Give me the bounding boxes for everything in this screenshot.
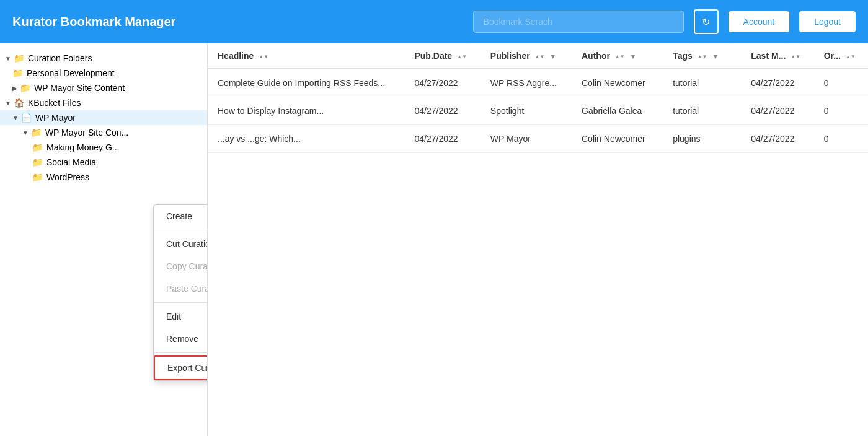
- cell-lastm: 04/27/2022: [741, 97, 813, 125]
- ctx-divider-2: [154, 302, 208, 303]
- cell-or: 0: [814, 125, 868, 153]
- cell-tags: tutorial: [663, 97, 741, 125]
- data-table: Headline ▲▼ Pub.Date ▲▼ Publisher ▲▼ ▼ A…: [208, 43, 868, 153]
- arrow-icon: ▼: [5, 55, 11, 62]
- cell-tags: tutorial: [663, 69, 741, 97]
- sidebar: ▼ 📁 Curation Folders 📁 Personal Developm…: [0, 43, 208, 436]
- ctx-create-label: Create: [166, 211, 192, 221]
- cell-publisher: WP RSS Aggre...: [480, 69, 572, 97]
- main-layout: ▼ 📁 Curation Folders 📁 Personal Developm…: [0, 43, 868, 436]
- cell-tags: plugins: [663, 125, 741, 153]
- sidebar-item-wp-mayor-site-content[interactable]: ▶ 📁 WP Mayor Site Content: [0, 81, 207, 95]
- arrow-icon: ▶: [12, 85, 17, 92]
- folder-icon: 📁: [32, 142, 43, 152]
- col-header-or[interactable]: Or... ▲▼: [814, 43, 868, 69]
- col-header-author[interactable]: Author ▲▼ ▼: [572, 43, 663, 69]
- sidebar-item-label: Curation Folders: [28, 53, 92, 63]
- cell-headline: Complete Guide on Importing RSS Feeds...: [208, 69, 404, 97]
- sidebar-item-label: Social Media: [46, 157, 96, 167]
- sort-icon: ▲▼: [790, 54, 800, 59]
- cell-author: Colin Newcomer: [572, 69, 663, 97]
- header: Kurator Bookmark Manager ↻ Account Logou…: [0, 0, 868, 43]
- table-row[interactable]: How to Display Instagram...04/27/2022Spo…: [208, 97, 868, 125]
- sidebar-item-wordpress[interactable]: 📁 WordPress: [0, 170, 207, 185]
- folder-icon: 📁: [12, 68, 23, 78]
- ctx-edit[interactable]: Edit: [154, 305, 208, 328]
- filter-icon: ▼: [549, 53, 556, 60]
- refresh-button[interactable]: ↻: [694, 9, 719, 34]
- sidebar-item-wp-mayor-site-con[interactable]: ▼ 📁 WP Mayor Site Con...: [0, 125, 207, 140]
- context-menu: Create › Cut Curation File Copy Curation…: [153, 204, 208, 381]
- cell-publisher: WP Mayor: [480, 125, 572, 153]
- cell-lastm: 04/27/2022: [741, 69, 813, 97]
- table-row[interactable]: ...ay vs ...ge: Which...04/27/2022WP May…: [208, 125, 868, 153]
- sidebar-item-making-money[interactable]: 📁 Making Money G...: [0, 140, 207, 155]
- col-header-pubdate[interactable]: Pub.Date ▲▼: [404, 43, 480, 69]
- folder-icon: 📁: [31, 128, 42, 137]
- col-header-tags[interactable]: Tags ▲▼ ▼: [663, 43, 741, 69]
- cell-pubdate: 04/27/2022: [404, 69, 480, 97]
- sort-icon: ▲▼: [615, 54, 625, 59]
- sort-icon: ▲▼: [846, 54, 856, 59]
- table-row[interactable]: Complete Guide on Importing RSS Feeds...…: [208, 69, 868, 97]
- sidebar-item-label: WP Mayor Site Con...: [45, 128, 128, 137]
- ctx-remove-label: Remove: [166, 334, 198, 344]
- folder-icon: 📁: [32, 172, 43, 182]
- cell-author: Colin Newcomer: [572, 125, 663, 153]
- ctx-cut[interactable]: Cut Curation File: [154, 233, 208, 255]
- sidebar-item-label: Personal Development: [27, 68, 115, 78]
- content-area: Headline ▲▼ Pub.Date ▲▼ Publisher ▲▼ ▼ A…: [208, 43, 868, 436]
- sidebar-item-kbucket-files[interactable]: ▼ 🏠 KBucket Files: [0, 95, 207, 110]
- app-title: Kurator Bookmark Manager: [12, 15, 175, 29]
- ctx-edit-label: Edit: [166, 312, 181, 321]
- cell-author: Gabriella Galea: [572, 97, 663, 125]
- ctx-paste-label: Paste Curation File: [166, 284, 208, 294]
- ctx-paste: Paste Curation File: [154, 277, 208, 300]
- sidebar-item-label: Making Money G...: [46, 142, 120, 152]
- cell-or: 0: [814, 97, 868, 125]
- ctx-divider-1: [154, 230, 208, 230]
- col-header-lastm[interactable]: Last M... ▲▼: [741, 43, 813, 69]
- sort-icon: ▲▼: [457, 54, 467, 59]
- col-header-publisher[interactable]: Publisher ▲▼ ▼: [480, 43, 572, 69]
- refresh-icon: ↻: [702, 16, 710, 28]
- sidebar-item-label: WP Mayor Site Content: [34, 83, 125, 93]
- cell-pubdate: 04/27/2022: [404, 125, 480, 153]
- ctx-copy: Copy Curation File: [154, 255, 208, 277]
- cell-pubdate: 04/27/2022: [404, 97, 480, 125]
- col-header-headline[interactable]: Headline ▲▼: [208, 43, 404, 69]
- sort-icon: ▲▼: [698, 54, 707, 59]
- ctx-remove[interactable]: Remove: [154, 328, 208, 350]
- file-icon: 📄: [21, 113, 32, 123]
- folder-icon: 📁: [32, 157, 43, 167]
- ctx-divider-3: [154, 352, 208, 353]
- filter-icon: ▼: [630, 53, 637, 60]
- arrow-icon: ▼: [12, 115, 19, 121]
- sidebar-item-social-media[interactable]: 📁 Social Media: [0, 155, 207, 170]
- sidebar-item-personal-development[interactable]: 📁 Personal Development: [0, 66, 207, 81]
- logout-button[interactable]: Logout: [799, 11, 856, 32]
- account-button[interactable]: Account: [728, 11, 790, 32]
- sort-icon: ▲▼: [259, 54, 268, 59]
- sort-icon: ▲▼: [535, 54, 545, 59]
- ctx-cut-label: Cut Curation File: [166, 239, 208, 249]
- folder-icon: 📁: [20, 83, 30, 93]
- sidebar-item-label: WP Mayor: [35, 113, 76, 123]
- arrow-icon: ▼: [22, 129, 29, 136]
- filter-icon: ▼: [712, 53, 719, 60]
- sidebar-item-curation-folders[interactable]: ▼ 📁 Curation Folders: [0, 51, 207, 66]
- sidebar-item-label: KBucket Files: [28, 98, 81, 108]
- sidebar-item-label: WordPress: [46, 172, 89, 182]
- cell-lastm: 04/27/2022: [741, 125, 813, 153]
- table-body: Complete Guide on Importing RSS Feeds...…: [208, 69, 868, 153]
- ctx-copy-label: Copy Curation File: [166, 261, 208, 271]
- table-header-row: Headline ▲▼ Pub.Date ▲▼ Publisher ▲▼ ▼ A…: [208, 43, 868, 69]
- arrow-icon: ▼: [5, 100, 11, 107]
- ctx-create[interactable]: Create ›: [154, 205, 208, 227]
- ctx-export[interactable]: Export Curation File: [154, 355, 208, 380]
- search-input[interactable]: [473, 11, 684, 33]
- ctx-export-label: Export Curation File: [167, 363, 208, 373]
- sidebar-item-wp-mayor[interactable]: ▼ 📄 WP Mayor ➜: [0, 110, 207, 125]
- folder-dark-icon: 📁: [14, 53, 24, 63]
- cell-headline: ...ay vs ...ge: Which...: [208, 125, 404, 153]
